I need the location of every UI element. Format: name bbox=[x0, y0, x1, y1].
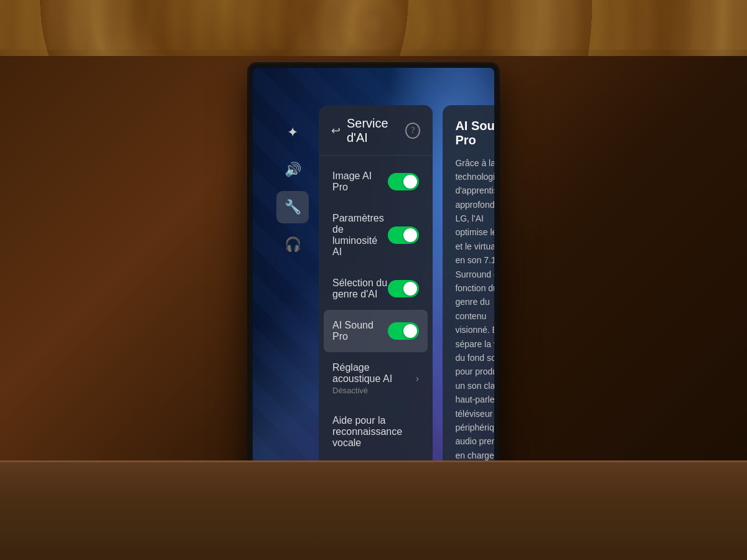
ai-sound-pro-label: AI Sound Pro bbox=[332, 320, 388, 342]
menu-item-image-ai-pro-left: Image AI Pro bbox=[332, 170, 388, 193]
ai-sound-pro-toggle[interactable] bbox=[388, 322, 419, 340]
sparkle-icon: ✦ bbox=[287, 124, 298, 141]
luminosite-label: Paramètres de luminosité AI bbox=[332, 213, 388, 258]
help-button[interactable]: ? bbox=[405, 123, 420, 139]
menu-item-aide[interactable]: Aide pour la reconnaissance vocale bbox=[319, 405, 433, 459]
genre-label: Sélection du genre d'AI bbox=[332, 278, 388, 300]
menu-item-genre[interactable]: Sélection du genre d'AI bbox=[319, 268, 433, 310]
tv-table bbox=[0, 460, 747, 560]
menu-header-left: ↩ Service d'AI bbox=[331, 116, 405, 145]
menu-item-image-ai-pro[interactable]: Image AI Pro bbox=[319, 161, 433, 203]
sound-icon: 🔊 bbox=[284, 162, 301, 178]
image-ai-pro-toggle[interactable] bbox=[388, 173, 419, 190]
sidebar-item-tools[interactable]: 🔧 bbox=[276, 191, 309, 223]
menu-panel: ↩ Service d'AI ? Image AI Pro bbox=[319, 105, 433, 483]
info-panel: AI Sound Pro Grâce à la technologie d'ap… bbox=[443, 105, 494, 483]
help-icon: ? bbox=[411, 126, 415, 136]
menu-item-ai-sound-pro[interactable]: AI Sound Pro bbox=[324, 310, 428, 352]
tv-frame: ✦ 🔊 🔧 🎧 ↩ bbox=[249, 64, 498, 487]
back-button[interactable]: ↩ bbox=[331, 124, 341, 138]
sidebar-item-support[interactable]: 🎧 bbox=[276, 228, 309, 261]
sidebar-item-sound[interactable]: 🔊 bbox=[276, 154, 309, 186]
menu-item-aide-left: Aide pour la reconnaissance vocale bbox=[332, 415, 419, 449]
info-panel-text: Grâce à la technologie d'apprentissage a… bbox=[455, 156, 494, 483]
menu-items-list: Image AI Pro Paramètres de luminosité AI bbox=[319, 156, 433, 483]
menu-item-luminosite[interactable]: Paramètres de luminosité AI bbox=[319, 203, 433, 268]
tools-icon: 🔧 bbox=[284, 199, 301, 215]
tv-screen: ✦ 🔊 🔧 🎧 ↩ bbox=[253, 68, 494, 483]
sidebar: ✦ 🔊 🔧 🎧 bbox=[271, 111, 314, 266]
menu-item-genre-left: Sélection du genre d'AI bbox=[332, 278, 388, 300]
menu-item-reglage-left: Réglage acoustique AI Désactivé bbox=[332, 362, 415, 395]
sidebar-item-settings[interactable]: ✦ bbox=[276, 116, 309, 149]
reglage-chevron: › bbox=[415, 372, 419, 385]
menu-header: ↩ Service d'AI ? bbox=[319, 105, 433, 156]
menu-item-reglage[interactable]: Réglage acoustique AI Désactivé › bbox=[319, 352, 433, 405]
luminosite-toggle[interactable] bbox=[388, 226, 419, 244]
reglage-sublabel: Désactivé bbox=[332, 386, 415, 395]
reglage-label: Réglage acoustique AI bbox=[332, 362, 415, 385]
genre-toggle[interactable] bbox=[388, 280, 419, 297]
image-ai-pro-label: Image AI Pro bbox=[332, 170, 388, 193]
headset-icon: 🎧 bbox=[284, 236, 301, 253]
menu-item-ai-sound-pro-left: AI Sound Pro bbox=[332, 320, 388, 342]
aide-label: Aide pour la reconnaissance vocale bbox=[332, 415, 419, 449]
info-panel-title: AI Sound Pro bbox=[455, 119, 494, 147]
menu-item-luminosite-left: Paramètres de luminosité AI bbox=[332, 213, 388, 258]
menu-title: Service d'AI bbox=[347, 116, 405, 145]
ui-overlay: ✦ 🔊 🔧 🎧 ↩ bbox=[253, 68, 494, 483]
